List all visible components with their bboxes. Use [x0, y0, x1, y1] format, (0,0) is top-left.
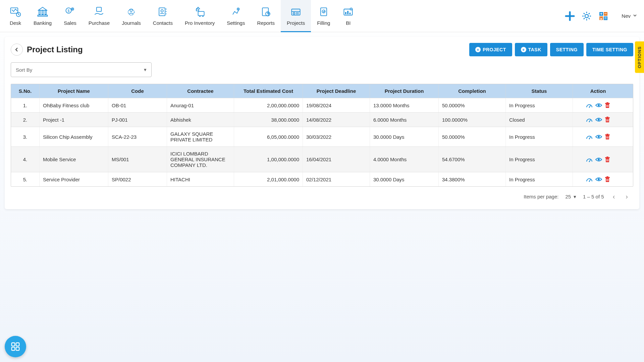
- dashboard-action-icon[interactable]: [586, 117, 593, 122]
- nav-label: BI: [346, 20, 351, 26]
- setting-button[interactable]: SETTING: [550, 43, 584, 56]
- svg-rect-53: [605, 157, 610, 158]
- svg-rect-49: [606, 134, 608, 134]
- svg-rect-48: [605, 134, 610, 135]
- nav-settings[interactable]: Settings: [221, 0, 251, 32]
- sort-by-select[interactable]: Sort By ▾: [11, 62, 152, 77]
- delete-action-icon[interactable]: [605, 157, 610, 163]
- th-sno: S.No.: [11, 84, 40, 98]
- cell-contractee: HITACHI: [167, 172, 234, 186]
- cell-deadline: 30/03/2022: [303, 127, 370, 146]
- svg-point-55: [589, 181, 590, 182]
- nav-projects[interactable]: Projects: [281, 0, 311, 32]
- per-page-value: 25: [565, 194, 571, 199]
- cell-duration: 4.0000 Months: [370, 147, 439, 172]
- project-button[interactable]: + PROJECT: [469, 43, 512, 56]
- desk-icon: [9, 6, 21, 18]
- table-head: S.No. Project Name Code Contractee Total…: [11, 84, 633, 98]
- cell-cost: 2,00,000.0000: [234, 98, 303, 112]
- plus-circle-icon: +: [475, 47, 481, 52]
- view-action-icon[interactable]: [595, 117, 602, 122]
- btn-label: PROJECT: [483, 47, 506, 52]
- cell-code: MS/001: [108, 147, 167, 172]
- svg-rect-61: [16, 343, 19, 346]
- dashboard-action-icon[interactable]: [586, 157, 593, 162]
- nav-banking[interactable]: Banking: [28, 0, 58, 32]
- dashboard-action-icon[interactable]: [586, 177, 593, 182]
- nav-reports[interactable]: Reports: [251, 0, 281, 32]
- floating-apps-button[interactable]: [5, 336, 26, 357]
- th-code: Code: [108, 84, 167, 98]
- delete-action-icon[interactable]: [605, 117, 610, 123]
- cell-sno: 3.: [11, 127, 40, 146]
- svg-rect-60: [12, 343, 15, 346]
- next-page-button[interactable]: ›: [624, 191, 630, 202]
- cell-action: [573, 98, 623, 112]
- th-deadline: Project Deadline: [303, 84, 370, 98]
- nav-label: Journals: [122, 20, 141, 26]
- view-action-icon[interactable]: [595, 134, 602, 139]
- page-range: 1 – 5 of 5: [583, 194, 604, 199]
- svg-rect-59: [606, 176, 608, 177]
- svg-point-46: [598, 136, 600, 138]
- svg-point-51: [598, 159, 600, 161]
- header-tools: Nev: [565, 11, 637, 21]
- gear-icon[interactable]: [581, 11, 592, 21]
- calculator-icon[interactable]: [598, 11, 609, 21]
- delete-action-icon[interactable]: [605, 134, 610, 140]
- view-action-icon[interactable]: [595, 177, 602, 182]
- nav-bi[interactable]: BI: [336, 0, 360, 32]
- th-action: Action: [573, 84, 623, 98]
- th-project-name: Project Name: [40, 84, 108, 98]
- items-per-page-label: Items per page:: [524, 194, 558, 199]
- nav-desk[interactable]: Desk: [3, 0, 28, 32]
- dashboard-action-icon[interactable]: [586, 103, 593, 108]
- table-row: 5. Service Provider SP/0022 HITACHI 2,01…: [11, 172, 633, 186]
- cell-deadline: 19/08/2024: [303, 98, 370, 112]
- view-action-icon[interactable]: [595, 157, 602, 162]
- svg-rect-4: [45, 10, 46, 15]
- cell-sno: 4.: [11, 147, 40, 172]
- time-setting-button[interactable]: TIME SETTING: [586, 43, 633, 56]
- nav-label: Reports: [257, 20, 275, 26]
- filling-icon: [318, 6, 330, 18]
- nav-filling[interactable]: Filling: [311, 0, 336, 32]
- svg-point-24: [322, 10, 325, 13]
- nav-label: Settings: [227, 20, 245, 26]
- journals-icon: [125, 6, 137, 18]
- nav-sales[interactable]: $ Sales: [58, 0, 83, 32]
- nav-contacts[interactable]: Contacts: [147, 0, 179, 32]
- cell-sno: 5.: [11, 172, 40, 186]
- nav-pro-inventory[interactable]: Pro Inventory: [179, 0, 221, 32]
- svg-point-13: [161, 10, 163, 12]
- projects-icon: [290, 6, 302, 18]
- cell-cost: 2,01,000.0000: [234, 172, 303, 186]
- view-action-icon[interactable]: [595, 103, 602, 108]
- task-button[interactable]: + TASK: [515, 43, 547, 56]
- cell-duration: 6.0000 Months: [370, 113, 439, 127]
- prev-page-button[interactable]: ‹: [611, 191, 617, 202]
- dashboard-action-icon[interactable]: [586, 134, 593, 139]
- top-navigation: Desk Banking $ Sales Purchase Journals C…: [0, 0, 644, 32]
- cell-completion: 50.0000%: [439, 127, 506, 146]
- cell-status: Closed: [506, 113, 573, 127]
- cell-name: Mobile Service: [40, 147, 108, 172]
- nav-label: Pro Inventory: [185, 20, 215, 26]
- svg-point-16: [202, 16, 204, 17]
- user-dropdown[interactable]: Nev: [622, 13, 637, 19]
- bank-icon: [37, 6, 49, 18]
- svg-rect-27: [347, 11, 349, 14]
- items-per-page-select[interactable]: 25 ▾: [565, 194, 576, 200]
- nav-purchase[interactable]: Purchase: [83, 0, 116, 32]
- settings-icon: [230, 6, 242, 18]
- delete-action-icon[interactable]: [605, 102, 610, 108]
- svg-point-11: [130, 9, 132, 11]
- nav-journals[interactable]: Journals: [116, 0, 147, 32]
- delete-action-icon[interactable]: [605, 176, 610, 182]
- page-card: Project Listing + PROJECT + TASK SETTING…: [5, 37, 639, 209]
- th-cost: Total Estimated Cost: [234, 84, 303, 98]
- nav-label: Desk: [10, 20, 21, 26]
- back-button[interactable]: [11, 44, 23, 56]
- options-side-tab[interactable]: OPTIONS: [635, 42, 644, 73]
- add-icon[interactable]: [565, 11, 575, 21]
